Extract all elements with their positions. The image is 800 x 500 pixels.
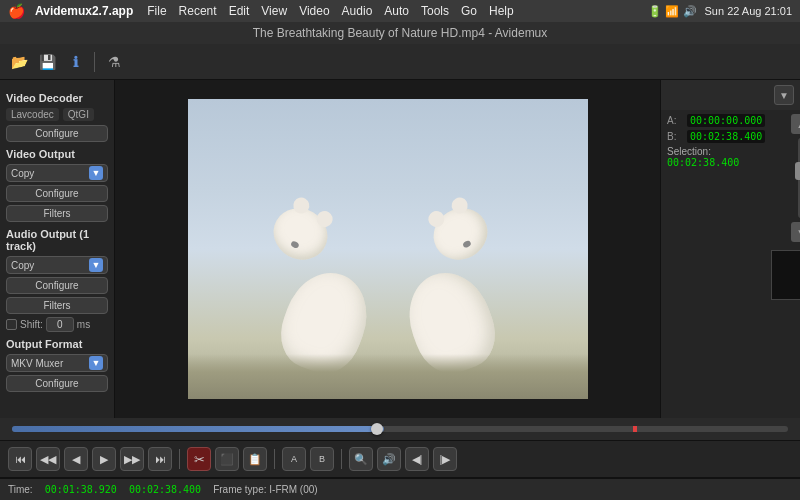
menubar-right: 🔋 📶 🔊 Sun 22 Aug 21:01 [648, 5, 792, 18]
grass [188, 354, 588, 399]
menu-file[interactable]: File [147, 4, 166, 18]
audio-output-label: Audio Output (1 track) [6, 228, 108, 252]
video-copy-arrow[interactable]: ▼ [89, 166, 103, 180]
muxer-select[interactable]: MKV Muxer ▼ [6, 354, 108, 372]
prev-keyframe-btn[interactable]: ◀◀ [36, 447, 60, 471]
menu-auto[interactable]: Auto [384, 4, 409, 18]
menu-view[interactable]: View [261, 4, 287, 18]
shift-row: Shift: ms [6, 317, 108, 332]
scroll-btn[interactable]: ▼ [774, 85, 794, 105]
menu-go[interactable]: Go [461, 4, 477, 18]
video-decoder-label: Video Decoder [6, 92, 108, 104]
video-area [115, 80, 660, 418]
paste-btn[interactable]: 📋 [243, 447, 267, 471]
right-top: ▼ [661, 80, 800, 110]
audio-copy-select[interactable]: Copy ▼ [6, 256, 108, 274]
mark-a-btn[interactable]: A [282, 447, 306, 471]
tc-b-value: 00:02:38.400 [687, 130, 765, 143]
bear-left-head [264, 199, 337, 270]
vol-btn[interactable]: 🔊 [377, 447, 401, 471]
audio-configure-btn[interactable]: Configure [6, 277, 108, 294]
timeline-thumb[interactable] [371, 423, 383, 435]
bear-left [248, 209, 368, 369]
window-title: The Breathtaking Beauty of Nature HD.mp4… [253, 26, 548, 40]
go-end-btn[interactable]: ⏭ [148, 447, 172, 471]
right-slider-area: ▲ ▼ [771, 110, 800, 418]
toolbar-separator [94, 52, 95, 72]
main-layout: Video Decoder Lavcodec QtGI Configure Vi… [0, 80, 800, 418]
right-content: A: 00:00:00.000 B: 00:02:38.400 Selectio… [661, 110, 800, 418]
timecodes: A: 00:00:00.000 B: 00:02:38.400 Selectio… [661, 110, 771, 418]
bear-right-ear-right [448, 195, 470, 217]
shift-checkbox[interactable] [6, 319, 17, 330]
menu-recent[interactable]: Recent [179, 4, 217, 18]
copy-btn[interactable]: ⬛ [215, 447, 239, 471]
app-name[interactable]: Avidemux2.7.app [35, 4, 133, 18]
bear-right-nose [461, 240, 471, 249]
vertical-thumb[interactable] [795, 162, 800, 180]
cut-btn[interactable]: ✂ [187, 447, 211, 471]
audio-copy-text: Copy [11, 260, 89, 271]
time-label: Time: [8, 484, 33, 495]
ctrl-separator2 [274, 449, 275, 469]
audio-copy-arrow[interactable]: ▼ [89, 258, 103, 272]
tc-b-row: B: 00:02:38.400 [667, 130, 765, 143]
controls-bar: ⏮ ◀◀ ◀ ▶ ▶▶ ⏭ ✂ ⬛ 📋 A B 🔍 🔊 ◀| |▶ [0, 440, 800, 478]
menu-edit[interactable]: Edit [229, 4, 250, 18]
prev-scene-btn[interactable]: ◀| [405, 447, 429, 471]
filter-icon[interactable]: ⚗ [103, 51, 125, 73]
system-icons: 🔋 📶 🔊 [648, 5, 696, 18]
video-decoder-configure-btn[interactable]: Configure [6, 125, 108, 142]
audio-filters-btn[interactable]: Filters [6, 297, 108, 314]
next-scene-btn[interactable]: |▶ [433, 447, 457, 471]
go-start-btn[interactable]: ⏮ [8, 447, 32, 471]
zoom-in-btn[interactable]: 🔍 [349, 447, 373, 471]
bear-right-head [424, 199, 497, 270]
video-filters-btn[interactable]: Filters [6, 205, 108, 222]
timeline [0, 418, 800, 440]
tc-a-row: A: 00:00:00.000 [667, 114, 765, 127]
prev-frame-btn[interactable]: ◀ [64, 447, 88, 471]
play-btn[interactable]: ▶ [92, 447, 116, 471]
menu-help[interactable]: Help [489, 4, 514, 18]
video-frame [188, 99, 588, 399]
menubar: 🍎 Avidemux2.7.app File Recent Edit View … [0, 0, 800, 22]
muxer-arrow[interactable]: ▼ [89, 356, 103, 370]
slider-down-btn[interactable]: ▼ [791, 222, 800, 242]
timeline-track[interactable] [12, 426, 788, 432]
video-output-label: Video Output [6, 148, 108, 160]
video-copy-select[interactable]: Copy ▼ [6, 164, 108, 182]
menu-tools[interactable]: Tools [421, 4, 449, 18]
ctrl-separator3 [341, 449, 342, 469]
output-configure-btn[interactable]: Configure [6, 375, 108, 392]
decoder-lavcodec-btn[interactable]: Lavcodec [6, 108, 59, 121]
info-icon[interactable]: ℹ [64, 51, 86, 73]
current-time: 00:01:38.920 [45, 484, 117, 495]
shift-label: Shift: [20, 319, 43, 330]
tc-a-label: A: [667, 115, 683, 126]
menu-video[interactable]: Video [299, 4, 329, 18]
save-icon[interactable]: 💾 [36, 51, 58, 73]
bear-right [408, 209, 528, 369]
output-format-label: Output Format [6, 338, 108, 350]
decoder-qtgi-btn[interactable]: QtGI [63, 108, 94, 121]
ctrl-separator1 [179, 449, 180, 469]
bear-right-ear-left [425, 208, 447, 230]
apple-menu[interactable]: 🍎 [8, 3, 25, 19]
preview-box [771, 250, 800, 300]
menu-audio[interactable]: Audio [342, 4, 373, 18]
open-icon[interactable]: 📂 [8, 51, 30, 73]
video-background [188, 99, 588, 399]
slider-container: ▲ ▼ [771, 114, 800, 418]
sidebar: Video Decoder Lavcodec QtGI Configure Vi… [0, 80, 115, 418]
tc-a-value: 00:00:00.000 [687, 114, 765, 127]
slider-up-btn[interactable]: ▲ [791, 114, 800, 134]
video-configure-btn[interactable]: Configure [6, 185, 108, 202]
decoder-row: Lavcodec QtGI [6, 108, 108, 121]
timeline-progress [12, 426, 384, 432]
muxer-text: MKV Muxer [11, 358, 89, 369]
mark-b-btn[interactable]: B [310, 447, 334, 471]
next-frame-btn[interactable]: ▶▶ [120, 447, 144, 471]
shift-input[interactable] [46, 317, 74, 332]
bear-left-ear-left [290, 195, 312, 217]
